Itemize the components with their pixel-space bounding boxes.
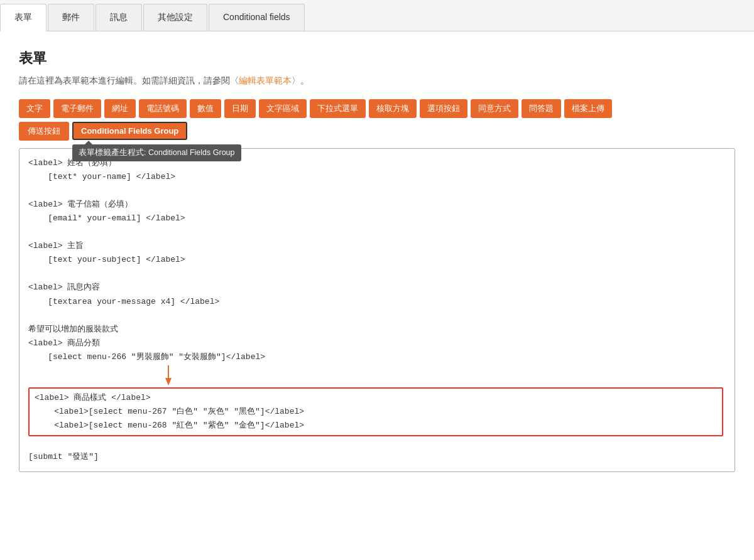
tab-message[interactable]: 訊息 (96, 4, 142, 31)
tag-btn-submit[interactable]: 傳送按鈕 (19, 122, 69, 141)
tag-btn-number[interactable]: 數值 (190, 99, 221, 118)
tag-btn-text[interactable]: 文字 (19, 99, 50, 118)
tab-conditional[interactable]: Conditional fields (209, 4, 305, 31)
tag-btn-email[interactable]: 電子郵件 (53, 99, 101, 118)
code-line-9 (28, 267, 726, 281)
tag-btn-agree[interactable]: 同意方式 (471, 99, 518, 118)
code-line-15: [select menu-266 "男裝服飾" "女裝服飾"]</label> (28, 350, 726, 364)
code-line-hl-2: <label>[select menu-267 "白色" "灰色" "黑色"]<… (35, 405, 717, 419)
tab-form[interactable]: 表單 (0, 4, 46, 31)
tag-buttons-row2: 傳送按鈕 Conditional Fields Group 表單標籤產生程式: … (19, 122, 735, 141)
highlight-section: <label> 商品樣式 </label> <label>[select men… (28, 387, 723, 436)
tab-mail[interactable]: 郵件 (48, 4, 94, 31)
tag-btn-quiz[interactable]: 問答題 (522, 99, 561, 118)
conditional-fields-group-wrapper: Conditional Fields Group 表單標籤產生程式: Condi… (72, 122, 187, 140)
page-title: 表單 (19, 49, 735, 68)
code-line-2: [text* your-name] </label> (28, 170, 726, 184)
code-line-8: [text your-subject] </label> (28, 253, 726, 267)
tag-btn-date[interactable]: 日期 (224, 99, 256, 118)
tag-btn-conditional-group[interactable]: Conditional Fields Group (72, 122, 187, 140)
code-line-submit: [submit "發送"] (28, 450, 726, 464)
code-line-12 (28, 309, 726, 323)
code-editor[interactable]: <label> 姓名（必填） [text* your-name] </label… (19, 148, 735, 473)
code-line-3 (28, 184, 726, 198)
tag-btn-checkbox[interactable]: 核取方塊 (369, 99, 417, 118)
code-line-4: <label> 電子信箱（必填） (28, 198, 726, 212)
code-line-11: [textarea your-message x4] </label> (28, 295, 726, 309)
tag-btn-phone[interactable]: 電話號碼 (139, 99, 187, 118)
code-line-16 (28, 436, 726, 450)
svg-marker-1 (165, 378, 172, 385)
tag-btn-file[interactable]: 檔案上傳 (564, 99, 612, 118)
tag-btn-select[interactable]: 下拉式選單 (310, 99, 366, 118)
description: 請在這裡為表單範本進行編輯。如需詳細資訊，請參閱〈編輯表單範本〉。 (19, 74, 735, 88)
tag-btn-textarea[interactable]: 文字區域 (259, 99, 307, 118)
code-line-14: <label> 商品分類 (28, 337, 726, 350)
code-line-7: <label> 主旨 (28, 239, 726, 253)
tab-bar: 表單 郵件 訊息 其他設定 Conditional fields (0, 0, 754, 31)
tag-btn-url[interactable]: 網址 (104, 99, 136, 118)
edit-template-link[interactable]: 編輯表單範本 (239, 76, 292, 85)
tag-btn-radio[interactable]: 選項按鈕 (420, 99, 467, 118)
arrow-down (28, 365, 726, 387)
code-line-hl-1: <label> 商品樣式 </label> (35, 391, 717, 405)
code-line-13: 希望可以增加的服裝款式 (28, 323, 726, 337)
code-line-hl-3: <label>[select menu-268 "紅色" "紫色" "金色"]<… (35, 419, 717, 433)
code-line-6 (28, 225, 726, 239)
code-line-1: <label> 姓名（必填） (28, 156, 726, 170)
tab-settings[interactable]: 其他設定 (143, 4, 207, 31)
tag-buttons-row1: 文字 電子郵件 網址 電話號碼 數值 日期 文字區域 下拉式選單 核取方塊 選項… (19, 99, 735, 118)
code-line-10: <label> 訊息內容 (28, 281, 726, 294)
code-line-5: [email* your-email] </label> (28, 212, 726, 225)
main-content: 表單 請在這裡為表單範本進行編輯。如需詳細資訊，請參閱〈編輯表單範本〉。 文字 … (0, 31, 754, 491)
